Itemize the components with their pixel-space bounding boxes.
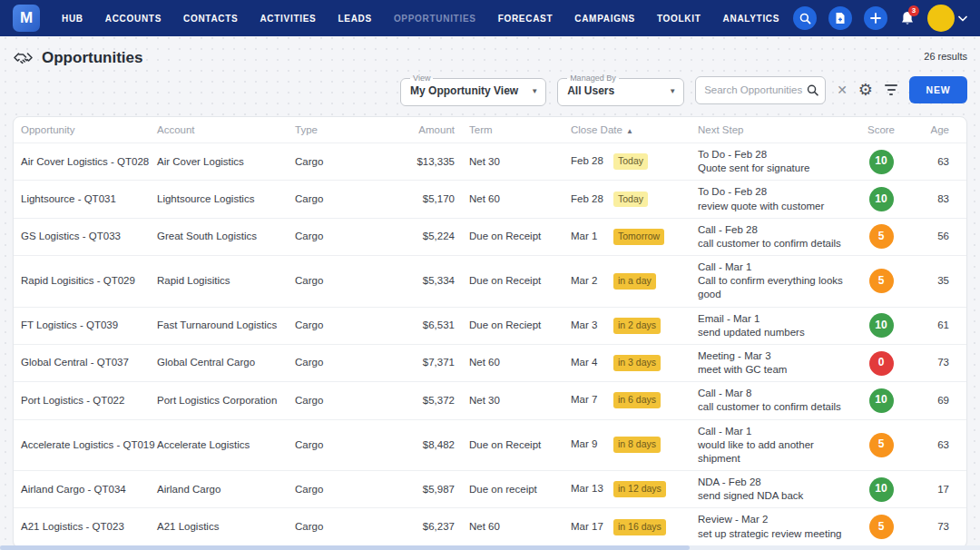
add-new-button[interactable]	[864, 6, 887, 30]
opportunity-cell[interactable]: Airland Cargo - QT034	[21, 483, 157, 496]
opportunity-cell[interactable]: Air Cover Logistics - QT028	[21, 155, 157, 169]
next-step-note: send signed NDA back	[698, 489, 852, 503]
nav-item-hub[interactable]: HUB	[62, 14, 83, 24]
user-menu[interactable]	[927, 5, 967, 32]
score-badge[interactable]: 5	[869, 515, 894, 539]
global-search-button[interactable]	[793, 6, 817, 30]
table-row[interactable]: GS Logistics - QT033 Great South Logisti…	[14, 218, 966, 255]
nav-item-activities[interactable]: ACTIVITIES	[260, 14, 316, 24]
nav-item-toolkit[interactable]: TOOLKIT	[657, 14, 701, 24]
close-date-badge: in 8 days	[613, 437, 661, 453]
account-cell: A21 Logistics	[157, 520, 295, 534]
table-row[interactable]: Global Central - QT037 Global Central Ca…	[14, 344, 966, 381]
table-row[interactable]: A21 Logistics - QT023 A21 Logistics Carg…	[14, 507, 966, 545]
table-row[interactable]: FT Logistics - QT039 Fast Turnaround Log…	[14, 307, 966, 344]
next-step-title: NDA - Feb 28	[698, 476, 852, 489]
nav-item-campaigns[interactable]: CAMPAIGNS	[574, 14, 635, 24]
close-date-cell: Mar 3in 2 days	[571, 318, 698, 334]
col-header-age[interactable]: Age	[910, 124, 961, 135]
next-step-note: call customer to confirm details	[698, 400, 852, 414]
opportunity-cell[interactable]: Rapid Logisitics - QT029	[21, 274, 157, 288]
close-date-value: Mar 1	[571, 230, 613, 243]
col-header-next-step[interactable]: Next Step	[698, 124, 852, 135]
term-cell: Net 60	[469, 520, 571, 534]
table-row[interactable]: Lightsource - QT031 Lightsource Logistic…	[14, 180, 966, 217]
opportunity-cell[interactable]: A21 Logistics - QT023	[21, 520, 157, 534]
next-step-cell: Call - Feb 28 call customer to confirm d…	[698, 223, 852, 250]
opportunity-cell[interactable]: FT Logistics - QT039	[21, 319, 157, 332]
table-row[interactable]: Port Logistics - QT022 Port Logistics Co…	[14, 381, 966, 418]
score-badge[interactable]: 10	[869, 187, 894, 211]
close-date-value: Feb 28	[571, 154, 613, 168]
table-row[interactable]: Airland Cargo - QT034 Airland Cargo Carg…	[14, 470, 966, 507]
col-header-score[interactable]: Score	[852, 124, 910, 135]
next-step-note: set up strategic review meeting	[698, 527, 852, 541]
close-date-badge: Today	[613, 153, 648, 170]
nav-item-opportunities[interactable]: OPPORTUNITIES	[394, 14, 476, 24]
next-step-title: Call - Mar 1	[698, 260, 852, 274]
next-step-note: review quote with customer	[698, 200, 852, 213]
age-cell: 35	[910, 274, 961, 288]
next-step-title: Call - Feb 28	[698, 223, 852, 237]
close-date-cell: Mar 1Tomorrow	[571, 229, 698, 245]
col-header-term[interactable]: Term	[469, 124, 571, 135]
next-step-cell: Review - Mar 2 set up strategic review m…	[698, 513, 852, 540]
score-cell: 5	[852, 433, 910, 457]
scrollbar-thumb[interactable]	[0, 545, 690, 550]
nav-item-analytics[interactable]: ANALYTICS	[723, 14, 780, 24]
score-cell: 10	[852, 313, 910, 338]
next-step-cell: To Do - Feb 28 Quote sent for signature	[698, 148, 852, 175]
term-cell: Due on Receipt	[469, 274, 571, 288]
new-opportunity-button[interactable]: NEW	[909, 76, 967, 103]
search-box	[695, 76, 826, 104]
score-badge[interactable]: 5	[869, 224, 894, 249]
opportunity-cell[interactable]: Global Central - QT037	[21, 356, 157, 369]
nav-item-accounts[interactable]: ACCOUNTS	[105, 14, 162, 24]
col-header-close-date[interactable]: Close Date▲	[571, 124, 698, 135]
nav-item-contacts[interactable]: CONTACTS	[183, 14, 238, 24]
horizontal-scrollbar[interactable]	[0, 545, 980, 550]
nav-item-forecast[interactable]: FORECAST	[498, 14, 554, 24]
score-badge[interactable]: 10	[869, 477, 894, 502]
avatar[interactable]	[927, 5, 955, 32]
new-document-button[interactable]	[828, 6, 852, 30]
search-input[interactable]	[704, 84, 807, 95]
term-cell: Due on Receipt	[469, 230, 571, 243]
score-badge[interactable]: 10	[869, 388, 894, 413]
col-header-amount[interactable]: Amount	[397, 124, 469, 135]
col-header-account[interactable]: Account	[157, 124, 295, 135]
gear-icon[interactable]: ⚙	[858, 82, 873, 98]
score-badge[interactable]: 10	[869, 313, 894, 338]
chevron-down-icon	[958, 15, 967, 22]
age-cell: 63	[910, 438, 961, 452]
clear-search-icon[interactable]: ✕	[837, 83, 848, 96]
score-badge[interactable]: 5	[869, 433, 894, 457]
table-row[interactable]: Rapid Logisitics - QT029 Rapid Logisitic…	[14, 255, 966, 307]
age-cell: 63	[910, 155, 961, 169]
view-select[interactable]: View My Opportunity View ▼	[400, 74, 546, 106]
score-cell: 10	[852, 388, 910, 413]
score-badge[interactable]: 0	[869, 351, 894, 376]
account-cell: Accelerate Logistics	[157, 438, 295, 452]
account-cell: Lightsource Logistics	[157, 192, 295, 206]
plus-icon	[870, 13, 881, 24]
filter-icon[interactable]	[884, 84, 898, 95]
score-badge[interactable]: 5	[869, 269, 894, 293]
view-select-value: My Opportunity View	[410, 84, 518, 97]
col-header-opportunity[interactable]: Opportunity	[21, 124, 157, 135]
col-header-type[interactable]: Type	[295, 124, 397, 135]
table-row[interactable]: Air Cover Logistics - QT028 Air Cover Lo…	[14, 143, 966, 180]
opportunity-cell[interactable]: GS Logistics - QT033	[21, 230, 157, 243]
opportunity-cell[interactable]: Lightsource - QT031	[21, 192, 157, 206]
nav-item-leads[interactable]: LEADS	[338, 14, 371, 24]
opportunity-cell[interactable]: Accelerate Logistics - QT019	[21, 438, 157, 452]
caret-down-icon: ▼	[669, 87, 676, 95]
opportunity-cell[interactable]: Port Logistics - QT022	[21, 394, 157, 408]
app-logo[interactable]: M	[13, 5, 40, 32]
notifications-button[interactable]: 3	[899, 10, 916, 27]
table-row[interactable]: Accelerate Logistics - QT019 Accelerate …	[14, 419, 966, 471]
managed-by-select[interactable]: Managed By All Users ▼	[557, 74, 684, 106]
score-badge[interactable]: 10	[869, 150, 894, 174]
next-step-note: call customer to confirm details	[698, 237, 852, 250]
type-cell: Cargo	[295, 483, 397, 496]
